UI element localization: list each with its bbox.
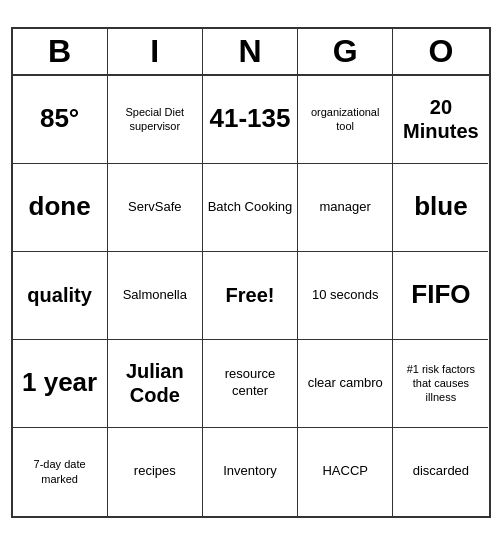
cell-r0-c4: 20 Minutes xyxy=(393,76,488,164)
header-letter: B xyxy=(13,29,108,74)
cell-r4-c2: Inventory xyxy=(203,428,298,516)
cell-r1-c3: manager xyxy=(298,164,393,252)
cell-text: 1 year xyxy=(22,367,97,398)
cell-r1-c2: Batch Cooking xyxy=(203,164,298,252)
bingo-grid: 85°Special Diet supervisor41-135organiza… xyxy=(13,76,489,516)
cell-text: done xyxy=(29,191,91,222)
cell-text: 41-135 xyxy=(210,103,291,134)
cell-text: 85° xyxy=(40,103,79,134)
cell-r2-c1: Salmonella xyxy=(108,252,203,340)
cell-r3-c2: resource center xyxy=(203,340,298,428)
cell-text: Special Diet supervisor xyxy=(111,105,199,134)
cell-r4-c4: discarded xyxy=(393,428,488,516)
cell-text: Inventory xyxy=(223,463,276,480)
header-letter: O xyxy=(393,29,488,74)
cell-r0-c2: 41-135 xyxy=(203,76,298,164)
cell-r3-c3: clear cambro xyxy=(298,340,393,428)
cell-r2-c0: quality xyxy=(13,252,108,340)
cell-r4-c1: recipes xyxy=(108,428,203,516)
header-row: BINGO xyxy=(13,29,489,76)
cell-r0-c0: 85° xyxy=(13,76,108,164)
cell-r4-c3: HACCP xyxy=(298,428,393,516)
cell-text: 7-day date marked xyxy=(16,457,104,486)
header-letter: G xyxy=(298,29,393,74)
header-letter: I xyxy=(108,29,203,74)
cell-r1-c0: done xyxy=(13,164,108,252)
cell-text: quality xyxy=(27,283,91,307)
cell-text: organizational tool xyxy=(301,105,389,134)
cell-text: ServSafe xyxy=(128,199,181,216)
cell-text: recipes xyxy=(134,463,176,480)
cell-text: blue xyxy=(414,191,467,222)
cell-text: Salmonella xyxy=(123,287,187,304)
header-letter: N xyxy=(203,29,298,74)
cell-r4-c0: 7-day date marked xyxy=(13,428,108,516)
cell-r3-c0: 1 year xyxy=(13,340,108,428)
cell-r1-c1: ServSafe xyxy=(108,164,203,252)
cell-text: FIFO xyxy=(411,279,470,310)
cell-text: resource center xyxy=(206,366,294,400)
cell-text: 20 Minutes xyxy=(396,95,485,143)
cell-text: #1 risk factors that causes illness xyxy=(396,362,485,405)
cell-r3-c4: #1 risk factors that causes illness xyxy=(393,340,488,428)
cell-r1-c4: blue xyxy=(393,164,488,252)
cell-r2-c3: 10 seconds xyxy=(298,252,393,340)
cell-text: Batch Cooking xyxy=(208,199,293,216)
cell-text: Julian Code xyxy=(111,359,199,407)
cell-r2-c2: Free! xyxy=(203,252,298,340)
cell-text: manager xyxy=(320,199,371,216)
cell-r0-c3: organizational tool xyxy=(298,76,393,164)
bingo-card: BINGO 85°Special Diet supervisor41-135or… xyxy=(11,27,491,518)
cell-text: clear cambro xyxy=(308,375,383,392)
cell-text: discarded xyxy=(413,463,469,480)
cell-r0-c1: Special Diet supervisor xyxy=(108,76,203,164)
cell-text: Free! xyxy=(226,284,275,307)
cell-r2-c4: FIFO xyxy=(393,252,488,340)
cell-text: 10 seconds xyxy=(312,287,379,304)
cell-r3-c1: Julian Code xyxy=(108,340,203,428)
cell-text: HACCP xyxy=(322,463,368,480)
